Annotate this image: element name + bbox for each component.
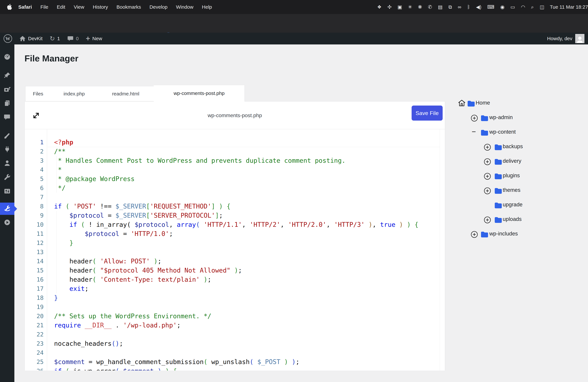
tree-item-wp-includes[interactable]: wp-includes [456, 230, 586, 239]
tree-item-wp-content[interactable]: −wp-content [456, 128, 586, 137]
keyboard-icon[interactable]: ⌨ [487, 5, 494, 9]
folder-icon [494, 173, 502, 181]
menu-file[interactable]: File [40, 4, 48, 10]
save-file-button[interactable]: Save File [412, 106, 443, 121]
expand-toggle-icon[interactable] [484, 187, 491, 196]
adminbar-comments[interactable]: 0 [67, 35, 79, 42]
control-center-icon[interactable]: ◫ [540, 5, 544, 9]
sidebar-item-settings[interactable] [0, 187, 14, 196]
openai-icon[interactable]: ✳ [408, 5, 412, 9]
volume-icon[interactable]: ◀) [476, 5, 481, 9]
video-icon[interactable]: ▣ [397, 5, 402, 9]
sidebar-item-plugins[interactable] [0, 145, 14, 154]
code-line [54, 193, 419, 202]
sidebar-item-media[interactable] [0, 85, 14, 95]
code-line: $protocol = 'HTTP/1.0'; [54, 229, 419, 238]
tab-label: readme.html [112, 91, 139, 97]
code-line [54, 330, 419, 339]
tree-item-label: upgrade [503, 201, 523, 208]
sidebar-item-dashboard[interactable] [0, 52, 14, 62]
line-number: 9 [25, 211, 47, 220]
sidebar-item-posts[interactable] [0, 71, 14, 81]
tab-label: Files [33, 91, 43, 97]
menu-safari[interactable]: Safari [18, 4, 32, 10]
menu-window[interactable]: Window [176, 4, 193, 10]
account-icon[interactable]: ◉ [500, 5, 504, 9]
sidebar-item-tools[interactable] [0, 172, 14, 182]
menu-edit[interactable]: Edit [57, 4, 65, 10]
code-content[interactable]: <?php/** * Handles Comment Post to WordP… [47, 129, 419, 371]
bluetooth-icon[interactable]: ᛒ [467, 5, 470, 9]
adminbar-site-link[interactable]: DevKit [19, 35, 42, 42]
active-line-border [47, 147, 440, 147]
fan-icon[interactable]: ❋ [418, 5, 422, 9]
adminbar-new[interactable]: + New [86, 35, 102, 43]
line-number: 19 [25, 302, 47, 312]
expand-toggle-icon[interactable] [484, 144, 491, 152]
sidebar-item-collapse-menu[interactable] [0, 218, 14, 228]
sidebar-item-pages[interactable] [0, 99, 14, 108]
tab-label: index.php [63, 91, 85, 97]
code-line: header( 'Allow: POST' ); [54, 257, 419, 266]
adminbar-updates[interactable]: ↻ 1 [50, 35, 60, 42]
page-title: File Manager [24, 53, 78, 64]
site-name: DevKit [28, 36, 42, 41]
menu-view[interactable]: View [74, 4, 84, 10]
code-editor[interactable]: 1234567891011121314151617181920212223242… [25, 129, 445, 371]
tree-item-backups[interactable]: backups [456, 142, 586, 151]
menu-history[interactable]: History [93, 4, 108, 10]
screen: SafariFileEditViewHistoryBookmarksDevelo… [0, 0, 588, 382]
screen-mirror-icon[interactable]: ▭ [510, 5, 515, 9]
tree-item-plugins[interactable]: plugins [456, 171, 586, 181]
sidebar-item-users[interactable] [0, 158, 14, 168]
line-number: 24 [25, 348, 47, 357]
glasses-icon[interactable]: ∞ [458, 5, 461, 9]
menubar-status: ❖✣▣✳❋✆▤⧉∞ᛒ◀)⌨◉▭◠⌕◫ [377, 5, 544, 9]
wordpress-logo-icon[interactable]: W [4, 34, 12, 43]
snap-icon[interactable]: ✣ [387, 5, 392, 9]
plugins-icon [3, 146, 11, 154]
sidecar-icon[interactable]: ⧉ [448, 5, 452, 9]
tree-item-delivery[interactable]: delivery [456, 157, 586, 166]
display-share-icon[interactable]: ▤ [438, 5, 442, 9]
code-line: $comment = wp_handle_comment_submission(… [54, 357, 419, 366]
tab-readme-html[interactable]: readme.html [98, 86, 154, 101]
expand-toggle-icon[interactable] [484, 158, 491, 167]
menu-develop[interactable]: Develop [149, 4, 168, 10]
apple-icon[interactable] [6, 4, 12, 10]
line-number: 5 [25, 174, 47, 184]
menu-bookmarks[interactable]: Bookmarks [116, 4, 141, 10]
safari-toolbar: ⌄ ‹ › devkit.local ↻ + [0, 14, 588, 33]
expand-toggle-icon[interactable] [484, 216, 491, 225]
tree-item-themes[interactable]: themes [456, 186, 586, 195]
adminbar-account[interactable]: Howdy, dev [547, 34, 584, 43]
tree-item-upgrade[interactable]: upgrade [456, 200, 586, 210]
sidebar-item-appearance[interactable] [0, 131, 14, 141]
line-number: 18 [25, 293, 47, 302]
sidebar-item-file-manager[interactable] [0, 204, 14, 213]
expand-toggle-icon[interactable] [484, 173, 491, 181]
dropbox-icon[interactable]: ❖ [377, 5, 381, 9]
expand-toggle-icon[interactable] [471, 231, 478, 239]
tree-item-label: wp-content [489, 129, 516, 135]
expand-toggle-icon[interactable] [471, 115, 478, 123]
viber-icon[interactable]: ✆ [428, 5, 432, 9]
menubar-clock[interactable]: Tue 11 Mar 18:27 [550, 4, 588, 10]
tab-index-php[interactable]: index.php [51, 86, 98, 101]
line-number: 21 [25, 321, 47, 330]
tab-wp-comments-post-php[interactable]: wp-comments-post.php [154, 85, 245, 102]
tree-item-home[interactable]: Home [456, 99, 586, 108]
menu-help[interactable]: Help [202, 4, 212, 10]
wifi-icon[interactable]: ◠ [521, 5, 525, 9]
search-icon[interactable]: ⌕ [531, 5, 534, 9]
tree-item-wp-admin[interactable]: wp-admin [456, 113, 586, 122]
folder-icon [494, 188, 502, 195]
code-line: $protocol = $_SERVER['SERVER_PROTOCOL']; [54, 211, 419, 220]
collapse-toggle-icon[interactable]: − [472, 128, 476, 135]
line-number: 12 [25, 238, 47, 248]
line-number: 6 [25, 184, 47, 193]
tab-files[interactable]: Files [25, 86, 51, 101]
tree-item-uploads[interactable]: uploads [456, 215, 586, 224]
sidebar-item-comments[interactable] [0, 112, 14, 122]
howdy-text: Howdy, dev [547, 36, 572, 41]
